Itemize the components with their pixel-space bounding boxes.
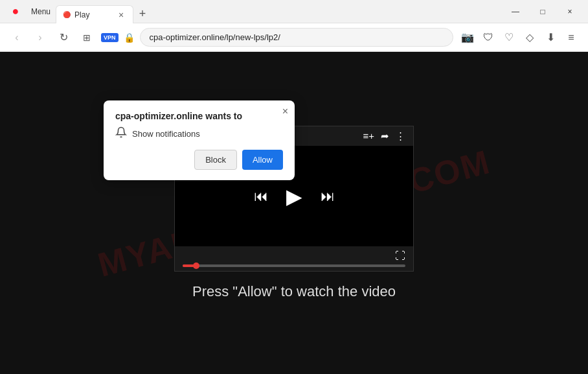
vpn-badge[interactable]: VPN bbox=[101, 33, 119, 42]
popup-title: cpa-optimizer.online wants to bbox=[115, 111, 283, 121]
popup-permission-row: Show notifications bbox=[115, 126, 283, 141]
progress-bar[interactable] bbox=[183, 264, 405, 267]
tab-title: Play bbox=[74, 10, 112, 19]
camera-icon[interactable]: 📷 bbox=[458, 29, 477, 47]
notification-bell-icon bbox=[115, 126, 127, 141]
reload-icon: ↻ bbox=[60, 31, 68, 43]
new-tab-button[interactable]: + bbox=[133, 5, 152, 23]
url-input[interactable]: cpa-optimizer.online/lp/new-lps/lp2/ bbox=[140, 28, 453, 47]
title-bar: ● Menu 🔴 Play × + — □ × bbox=[0, 0, 588, 23]
progress-dot bbox=[193, 263, 199, 269]
menu-label: Menu bbox=[31, 7, 51, 16]
wallet-icon[interactable]: ◇ bbox=[521, 29, 539, 47]
tab-icon: 🔴 bbox=[63, 11, 71, 18]
shield-icon[interactable]: 🛡 bbox=[479, 29, 497, 47]
fullscreen-button[interactable]: ⛶ bbox=[395, 250, 405, 262]
main-content: MYANTISPYWARE.COM × cpa-optimizer.online… bbox=[0, 52, 588, 374]
share-icon[interactable]: ➦ bbox=[381, 130, 389, 142]
back-button[interactable]: ‹ bbox=[8, 29, 26, 47]
maximize-button[interactable]: □ bbox=[530, 3, 556, 21]
popup-close-button[interactable]: × bbox=[282, 106, 288, 117]
browser-chrome: ● Menu 🔴 Play × + — □ × ‹ › ↻ bbox=[0, 0, 588, 52]
add-to-queue-icon[interactable]: ≡+ bbox=[363, 130, 374, 142]
tab-active[interactable]: 🔴 Play × bbox=[56, 5, 133, 23]
opera-logo[interactable]: ● bbox=[5, 3, 26, 21]
window-controls: — □ × bbox=[503, 3, 583, 21]
minimize-button[interactable]: — bbox=[503, 3, 528, 21]
press-allow-text: Press "Allow" to watch the video bbox=[192, 283, 396, 300]
toolbar-icons: 📷 🛡 ♡ ◇ ⬇ ≡ bbox=[458, 29, 580, 47]
menu-button[interactable]: Menu bbox=[26, 3, 56, 21]
video-topbar-right: ≡+ ➦ ⋮ bbox=[363, 130, 405, 142]
lock-icon: 🔒 bbox=[124, 32, 135, 43]
browser-menu-icon[interactable]: ≡ bbox=[562, 29, 580, 47]
heart-icon[interactable]: ♡ bbox=[500, 29, 518, 47]
play-controls: ⏮ ▶ ⏭ bbox=[254, 184, 335, 209]
tab-grid-icon: ⊞ bbox=[83, 32, 91, 43]
forward-icon: › bbox=[38, 32, 41, 43]
forward-button[interactable]: › bbox=[31, 29, 49, 47]
prev-button[interactable]: ⏮ bbox=[254, 188, 268, 205]
block-button[interactable]: Block bbox=[194, 150, 237, 170]
close-button[interactable]: × bbox=[557, 3, 583, 21]
tab-close-button[interactable]: × bbox=[116, 10, 126, 20]
back-icon: ‹ bbox=[15, 32, 18, 43]
popup-actions: Block Allow bbox=[115, 150, 283, 170]
url-text: cpa-optimizer.online/lp/new-lps/lp2/ bbox=[150, 32, 280, 42]
address-bar: ‹ › ↻ ⊞ VPN 🔒 cpa-optimizer.online/lp/ne… bbox=[0, 23, 588, 52]
progress-fill bbox=[183, 264, 196, 267]
notification-popup: × cpa-optimizer.online wants to Show not… bbox=[104, 100, 295, 180]
fullscreen-row: ⛶ bbox=[183, 250, 405, 262]
tab-grid-button[interactable]: ⊞ bbox=[78, 29, 96, 47]
permission-text: Show notifications bbox=[132, 129, 200, 139]
video-bottombar: ⛶ bbox=[175, 246, 413, 271]
tabs-area: 🔴 Play × + bbox=[56, 0, 503, 23]
more-options-icon[interactable]: ⋮ bbox=[396, 130, 405, 142]
play-button[interactable]: ▶ bbox=[286, 184, 302, 209]
allow-button[interactable]: Allow bbox=[242, 150, 283, 170]
reload-button[interactable]: ↻ bbox=[54, 29, 73, 47]
download-icon[interactable]: ⬇ bbox=[541, 29, 560, 47]
next-button[interactable]: ⏭ bbox=[321, 188, 335, 205]
